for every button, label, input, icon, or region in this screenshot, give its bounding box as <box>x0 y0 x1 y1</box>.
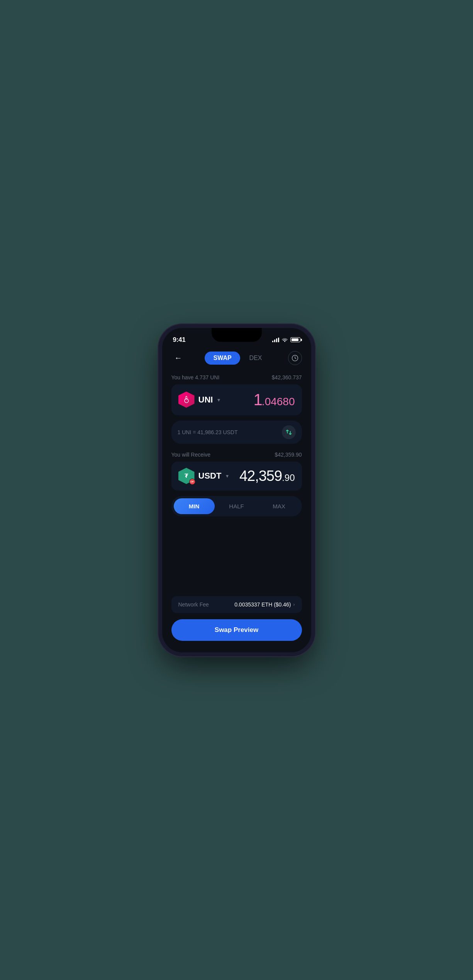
uni-token-icon <box>178 392 195 408</box>
status-time: 9:41 <box>173 336 186 344</box>
signal-icon <box>272 338 279 342</box>
tab-dex[interactable]: DEX <box>243 352 268 365</box>
history-button[interactable] <box>288 351 302 365</box>
tab-swap[interactable]: SWAP <box>205 352 240 365</box>
to-token-chevron-icon: ▾ <box>226 473 229 479</box>
to-token-selector[interactable]: ₮ OP USDT ▾ <box>178 468 229 484</box>
nav-tabs: SWAP DEX <box>205 352 268 365</box>
to-amount-whole: 42,359 <box>239 468 282 484</box>
to-token-header: You will Receive $42,359.90 <box>171 452 302 458</box>
main-content: You have 4.737 UNI $42,360.737 UNI ▾ <box>162 371 311 526</box>
phone-frame: 9:41 ← SWAP <box>161 327 312 653</box>
exchange-rate-row: 1 UNI = 41,986.23 USDT <box>171 421 302 444</box>
from-balance-usd: $42,360.737 <box>272 374 302 380</box>
nav-header: ← SWAP DEX <box>162 348 311 371</box>
usdt-token-icon: ₮ OP <box>178 468 195 484</box>
from-token-header: You have 4.737 UNI $42,360.737 <box>171 374 302 380</box>
back-arrow-icon: ← <box>175 353 182 362</box>
min-button[interactable]: MIN <box>174 498 215 514</box>
to-token-symbol: USDT <box>198 471 222 481</box>
bottom-section: Network Fee 0.0035337 ETH ($0.46) › Swap… <box>162 596 311 652</box>
from-token-row: UNI ▾ 1.04680 <box>178 391 295 409</box>
to-token-amount: 42,359.90 <box>239 468 295 484</box>
back-button[interactable]: ← <box>171 351 185 365</box>
amount-buttons: MIN HALF MAX <box>171 496 302 516</box>
exchange-rate-text: 1 UNI = 41,986.23 USDT <box>178 429 238 435</box>
network-fee-value: 0.0035337 ETH ($0.46) › <box>234 601 295 608</box>
from-token-symbol: UNI <box>198 395 213 405</box>
to-token-area: ₮ OP USDT ▾ 42,359.90 <box>171 462 302 491</box>
op-network-badge: OP <box>189 479 195 485</box>
status-icons <box>272 337 300 343</box>
from-amount-whole: 1 <box>254 391 262 409</box>
to-receive-label: You will Receive <box>171 452 210 458</box>
to-amount-decimal: .90 <box>282 472 295 483</box>
half-button[interactable]: HALF <box>216 498 257 514</box>
from-token-area: UNI ▾ 1.04680 <box>171 384 302 415</box>
network-fee-chevron-icon: › <box>293 602 295 607</box>
network-fee-row[interactable]: Network Fee 0.0035337 ETH ($0.46) › <box>171 596 302 613</box>
from-amount-decimal: .04680 <box>262 396 295 408</box>
network-fee-label: Network Fee <box>178 601 209 608</box>
wifi-icon <box>281 337 288 343</box>
swap-preview-button[interactable]: Swap Preview <box>171 619 302 641</box>
to-receive-usd: $42,359.90 <box>275 452 302 458</box>
to-token-row: ₮ OP USDT ▾ 42,359.90 <box>178 468 295 484</box>
network-fee-amount: 0.0035337 ETH ($0.46) <box>234 601 291 608</box>
from-balance-label: You have 4.737 UNI <box>171 374 220 380</box>
max-button[interactable]: MAX <box>259 498 300 514</box>
svg-point-2 <box>185 398 186 399</box>
from-token-chevron-icon: ▾ <box>217 397 220 403</box>
notch <box>212 328 262 342</box>
battery-icon <box>290 337 300 342</box>
swap-arrows-button[interactable] <box>282 425 296 439</box>
from-token-selector[interactable]: UNI ▾ <box>178 392 220 408</box>
from-token-amount[interactable]: 1.04680 <box>254 391 295 409</box>
